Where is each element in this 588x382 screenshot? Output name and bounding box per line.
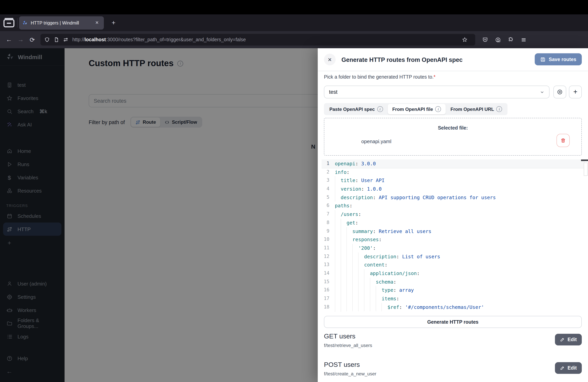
url-bar[interactable]: http://localhost:3000/routes?filter_path… [41,34,475,45]
tab-from-openapi-url[interactable]: From OpenAPI URL i [446,104,507,114]
windmill-favicon [22,20,28,25]
edit-route-button[interactable]: Edit [555,362,582,374]
route-title: POST users [324,361,582,369]
editor-overview-marker [581,159,588,161]
browser-tab[interactable]: HTTP triggers | Windmill ✕ [19,16,104,29]
tab-label: Paste OpenAPI spec [329,106,375,112]
folder-select-value: test [329,89,337,95]
code-line: 19post: [322,311,585,312]
forward-button[interactable]: → [15,36,26,43]
folder-select[interactable]: test [324,85,549,98]
selected-file-name: openapi.yaml [361,138,391,144]
code-line: 5description:API supporting CRUD operati… [322,193,585,202]
route-card-post-users: POST users f/test/create_a_new_user Edit [324,361,582,377]
code-line: 14application/json: [322,269,585,277]
eye-icon [557,89,563,95]
code-line: 1openapi:3.0.0 [322,159,585,168]
add-folder-button[interactable]: + [569,85,582,98]
folder-picker-label: Pick a folder to bind the generated HTTP… [324,74,436,80]
code-line: 11'200': [322,244,585,252]
edit-label: Edit [567,365,577,371]
code-line: 12description:List of users [322,252,585,261]
info-icon: i [377,106,383,112]
route-title: GET users [324,333,582,340]
code-line: 9summary:Retrieve all users [322,227,585,235]
drawer-close-button[interactable]: ✕ [324,54,336,65]
info-icon: i [496,106,502,112]
page-info-icon[interactable] [54,37,59,42]
code-line: 13content: [322,261,585,269]
firefox-view-icon[interactable] [2,17,16,29]
code-line: 10responses: [322,235,585,244]
code-line: 7/users: [322,210,585,218]
code-line: 8get: [322,219,585,227]
new-tab-button[interactable]: + [108,18,119,27]
back-button[interactable]: ← [3,36,15,43]
generate-routes-drawer: ✕ Generate HTTP routes from OpenAPI spec… [318,48,588,382]
screen: HTTP triggers | Windmill ✕ + ← → ⟳ http:… [0,0,588,382]
browser-toolbar: ← → ⟳ http://localhost:3000/routes?filte… [0,31,588,48]
code-line: 3title:User API [322,176,585,185]
save-routes-button[interactable]: Save routes [535,53,582,65]
spec-source-tabs: Paste OpenAPI spec i From OpenAPI file i… [324,103,508,115]
browser-tab-strip: HTTP triggers | Windmill ✕ + [0,14,588,31]
edit-route-button[interactable]: Edit [555,334,582,345]
code-line: 17items: [322,295,585,303]
chevron-down-icon [540,90,545,94]
tab-title: HTTP triggers | Windmill [31,21,93,25]
tab-label: From OpenAPI URL [451,106,494,112]
code-line: 2info: [322,168,585,176]
pencil-icon [560,366,565,370]
code-line: 16type:array [322,286,585,295]
trash-icon [560,138,566,143]
shield-icon[interactable] [44,37,50,42]
screen-top-black-strip [0,0,588,14]
tab-label: From OpenAPI file [392,106,433,112]
route-path: f/test/create_a_new_user [324,371,582,377]
drawer-title: Generate HTTP routes from OpenAPI spec [341,56,462,64]
save-routes-label: Save routes [549,57,576,62]
preview-folder-button[interactable] [553,85,566,98]
edit-label: Edit [567,337,577,342]
pencil-icon [560,337,565,342]
remove-file-button[interactable] [556,134,570,147]
editor-scrollbar-thumb[interactable] [584,163,588,176]
account-icon[interactable] [495,37,501,42]
route-path: f/test/retrieve_all_users [324,343,582,348]
code-line: 6paths: [322,202,585,210]
required-asterisk: * [434,74,436,80]
permissions-toggles-icon[interactable] [63,37,68,42]
pocket-icon[interactable] [482,37,488,42]
save-floppy-icon [540,57,546,62]
code-line: 18$ref:'#/components/schemas/User' [322,303,585,311]
code-line: 15schema: [322,277,585,286]
url-text[interactable]: http://localhost:3000/routes?filter_path… [72,37,459,42]
openapi-code-editor[interactable]: 1openapi:3.0.0 2info: 3title:User API 4v… [322,159,585,312]
generate-http-routes-button[interactable]: Generate HTTP routes [324,316,582,328]
extensions-puzzle-icon[interactable] [508,37,514,42]
menu-hamburger-icon[interactable] [521,37,526,42]
info-icon: i [435,106,441,112]
drawer-header-divider [318,71,588,71]
tab-from-openapi-file[interactable]: From OpenAPI file i [388,104,446,114]
reload-button[interactable]: ⟳ [26,36,38,43]
code-line: 4version:1.0.0 [322,185,585,193]
tab-separator [17,18,18,27]
selected-file-label: Selected file: [324,125,581,131]
selected-file-box: Selected file: openapi.yaml [324,118,582,156]
bookmark-star-icon[interactable] [462,37,467,42]
route-card-get-users: GET users f/test/retrieve_all_users Edit [324,333,582,348]
tab-close-icon[interactable]: ✕ [93,19,101,26]
tab-paste-openapi-spec[interactable]: Paste OpenAPI spec i [325,104,388,114]
